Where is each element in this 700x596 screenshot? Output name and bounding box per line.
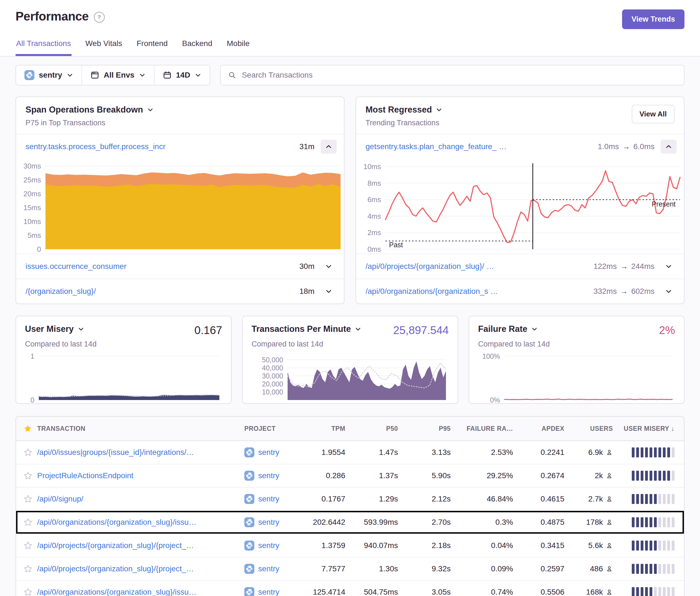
tab-backend[interactable]: Backend	[182, 37, 213, 56]
col-header-users[interactable]: USERS	[572, 425, 620, 433]
cell-tpm: 7.7577	[304, 564, 352, 573]
star-outline-icon[interactable]	[23, 518, 33, 527]
transaction-link[interactable]: /api/0/projects/{organization_slug}/ …	[366, 262, 594, 271]
misery-bar	[650, 447, 652, 458]
col-header-failure-rate[interactable]: FAILURE RA…	[458, 425, 520, 433]
cell-p50: 593.99ms	[352, 518, 405, 527]
panel-subtitle: Trending Transactions	[366, 119, 442, 127]
date-range-selector[interactable]: 14D	[154, 66, 210, 85]
project-selector[interactable]: sentry	[16, 66, 81, 85]
transaction-link[interactable]: /api/0/signup/	[37, 495, 83, 503]
tab-mobile[interactable]: Mobile	[226, 37, 250, 56]
star-outline-icon[interactable]	[23, 448, 33, 457]
star-outline-icon[interactable]	[23, 588, 33, 596]
project-link[interactable]: sentry	[258, 518, 279, 527]
col-header-project[interactable]: PROJECT	[244, 425, 304, 433]
svg-text:6ms: 6ms	[368, 196, 381, 204]
expand-toggle-button[interactable]	[660, 140, 677, 154]
card-title-selector[interactable]: User Misery	[25, 324, 84, 334]
cell-tpm: 202.6442	[304, 518, 352, 527]
misery-bar	[632, 447, 634, 458]
expand-toggle-button[interactable]	[321, 259, 337, 273]
view-trends-button[interactable]: View Trends	[622, 9, 684, 29]
project-link[interactable]: sentry	[258, 588, 279, 596]
misery-bar	[632, 517, 634, 527]
search-input[interactable]	[241, 71, 677, 80]
cell-p95: 2.12s	[405, 495, 458, 503]
environment-selector[interactable]: All Envs	[81, 66, 154, 85]
project-link[interactable]: sentry	[258, 495, 279, 503]
row-duration: 31m	[300, 142, 315, 151]
tab-web-vitals[interactable]: Web Vitals	[85, 37, 123, 56]
project-link[interactable]: sentry	[258, 448, 279, 457]
panel-transaction-row: /{organization_slug}/18m	[16, 279, 344, 304]
transaction-link[interactable]: /api/0/organizations/{organization_slug}…	[37, 588, 196, 596]
star-filled-icon[interactable]	[23, 424, 32, 433]
table-row[interactable]: /api/0/projects/{organization_slug}/{pro…	[16, 534, 684, 557]
card-title-selector[interactable]: Transactions Per Minute	[252, 324, 361, 334]
transaction-link[interactable]: /api/0/organizations/{organization_slug}…	[37, 518, 196, 526]
star-outline-icon[interactable]	[23, 541, 33, 550]
col-header-user-misery[interactable]: USER MISERY ↓	[620, 425, 684, 433]
table-row[interactable]: /api/0/organizations/{organization_slug}…	[16, 510, 684, 534]
cell-user-misery	[620, 471, 684, 481]
star-outline-icon[interactable]	[23, 471, 33, 481]
table-row[interactable]: ProjectRuleActionsEndpointsentry0.2861.3…	[16, 464, 684, 487]
transaction-link[interactable]: /api/0/projects/{organization_slug}/{pro…	[37, 541, 194, 550]
transaction-link[interactable]: ProjectRuleActionsEndpoint	[37, 471, 133, 480]
help-icon[interactable]: ?	[94, 11, 105, 23]
cell-p95: 9.32s	[405, 564, 458, 573]
transaction-link[interactable]: /api/0/organizations/{organization_s …	[366, 287, 594, 296]
cell-failure-rate: 29.25%	[458, 471, 520, 480]
chevron-up-icon	[665, 143, 672, 150]
project-link[interactable]: sentry	[258, 471, 279, 480]
table-row[interactable]: /api/0/projects/{organization_slug}/{pro…	[16, 557, 684, 580]
cell-p50: 504.75ms	[352, 588, 405, 596]
transaction-link[interactable]: sentry.tasks.process_buffer.process_incr	[26, 142, 300, 151]
most-regressed-title-selector[interactable]: Most Regressed	[366, 105, 442, 115]
table-row[interactable]: /api/0/issues|groups/{issue_id}/integrat…	[16, 441, 684, 464]
table-row[interactable]: /api/0/signup/sentry0.17671.29s2.12s46.8…	[16, 487, 684, 510]
transaction-link[interactable]: /api/0/projects/{organization_slug}/{pro…	[37, 564, 194, 573]
cell-apdex: 0.2597	[520, 564, 572, 573]
tab-frontend[interactable]: Frontend	[136, 37, 168, 56]
card-title-selector[interactable]: Failure Rate	[478, 324, 538, 334]
star-outline-icon[interactable]	[23, 494, 33, 504]
expand-toggle-button[interactable]	[660, 284, 677, 298]
environment-selector-value: All Envs	[104, 71, 134, 80]
transaction-link[interactable]: getsentry.tasks.plan_change_feature_ …	[366, 142, 598, 151]
chevron-down-icon	[355, 326, 361, 332]
star-outline-icon[interactable]	[23, 564, 33, 574]
project-link[interactable]: sentry	[258, 541, 279, 550]
col-header-tpm[interactable]: TPM	[304, 425, 352, 433]
cell-transaction: /api/0/projects/{organization_slug}/{pro…	[37, 564, 244, 573]
col-header-p95[interactable]: P95	[405, 425, 458, 433]
misery-bar	[667, 587, 670, 596]
table-row[interactable]: /api/0/organizations/{organization_slug}…	[16, 580, 684, 596]
misery-bar	[667, 471, 670, 481]
span-ops-title-selector[interactable]: Span Operations Breakdown	[26, 105, 154, 115]
col-header-transaction[interactable]: TRANSACTION	[37, 425, 244, 433]
expand-toggle-button[interactable]	[660, 259, 677, 273]
card-chart: 10	[25, 353, 222, 403]
col-header-apdex[interactable]: APDEX	[520, 425, 572, 433]
card-value: 2%	[659, 324, 675, 337]
expand-toggle-button[interactable]	[321, 140, 337, 154]
misery-bar	[641, 587, 644, 596]
svg-text:5ms: 5ms	[27, 231, 41, 239]
misery-bar	[636, 587, 639, 596]
tab-all-transactions[interactable]: All Transactions	[16, 37, 72, 56]
regression-from: 122ms	[594, 262, 617, 271]
transaction-link[interactable]: /{organization_slug}/	[26, 287, 300, 296]
transaction-link[interactable]: /api/0/issues|groups/{issue_id}/integrat…	[37, 448, 194, 457]
misery-bar	[650, 587, 652, 596]
cell-p95: 3.13s	[405, 448, 458, 457]
view-all-button[interactable]: View All	[632, 105, 674, 123]
cell-apdex: 0.5506	[520, 588, 572, 596]
col-header-p50[interactable]: P50	[352, 425, 405, 433]
svg-text:Past: Past	[389, 241, 403, 249]
transaction-link[interactable]: issues.occurrence_consumer	[26, 262, 300, 271]
expand-toggle-button[interactable]	[321, 284, 337, 298]
cell-transaction: /api/0/organizations/{organization_slug}…	[37, 588, 244, 596]
project-link[interactable]: sentry	[258, 564, 279, 573]
